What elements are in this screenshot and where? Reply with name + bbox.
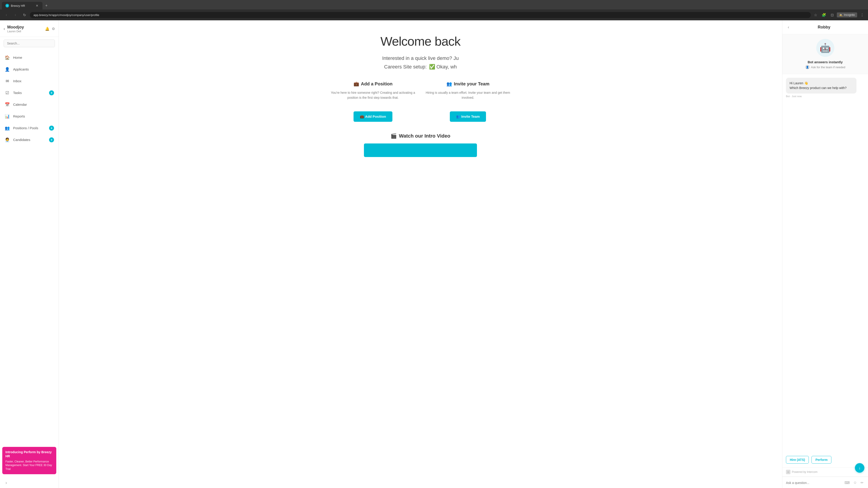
welcome-title: Welcome back	[328, 34, 513, 48]
emoji-icon[interactable]: ☺	[852, 480, 858, 486]
sidebar-item-reports[interactable]: 📊 Reports	[0, 110, 59, 122]
new-tab-button[interactable]: +	[43, 2, 50, 9]
intercom-icon: ⊟	[786, 470, 790, 474]
promo-title: Introducing Perform by Breezy HR	[5, 450, 53, 458]
promo-desc: Faster, Cleaner, Better Performance Mana…	[5, 460, 53, 471]
briefcase-icon: 💼	[353, 81, 359, 87]
sidebar-promo[interactable]: Introducing Perform by Breezy HR Faster,…	[2, 447, 56, 474]
sidebar-item-applicants[interactable]: 👤 Applicants	[0, 64, 59, 75]
chat-panel: ‹ Robby 🤖 Bot answers instantly 👤 Ask fo…	[782, 20, 868, 488]
invite-team-title: 👥 Invite your Team	[425, 81, 511, 87]
chat-msg-time: Bot · Just now.	[786, 95, 864, 98]
brand-user: Lauren Dell	[7, 30, 24, 33]
sidebar-item-candidates[interactable]: 🧑‍💼 Candidates +	[0, 134, 59, 146]
chat-input-icons: ⌨ ☺ ✏	[844, 480, 864, 486]
incognito-badge[interactable]: 🕵 Incognito	[837, 12, 857, 18]
positions-add-badge[interactable]: +	[49, 126, 54, 131]
chat-bubble: Hi Lauren 👋 Which Breezy product can we …	[786, 78, 857, 94]
sidebar-item-label: Reports	[13, 114, 54, 118]
sidebar-brand-info: Moodjoy Lauren Dell	[7, 25, 24, 33]
hire-ats-option[interactable]: Hire (ATS)	[786, 456, 809, 464]
reload-button[interactable]: ↻	[21, 11, 28, 19]
tab-close-button[interactable]: ✕	[35, 4, 39, 8]
tab-favicon: B	[5, 4, 9, 7]
sidebar-item-calendar[interactable]: 📅 Calendar	[0, 99, 59, 110]
chat-header: ‹ Robby	[782, 20, 868, 34]
chat-input-row: ⌨ ☺ ✏	[782, 477, 868, 488]
chat-options: Hire (ATS) Perform	[782, 456, 868, 467]
reports-icon: 📊	[4, 113, 10, 119]
incognito-label: Incognito	[844, 13, 855, 17]
address-bar[interactable]	[30, 12, 811, 18]
chat-scroll-down-button[interactable]: ↓	[855, 463, 864, 473]
extensions-button[interactable]: 🧩	[820, 11, 828, 19]
calendar-icon: 📅	[4, 102, 10, 107]
chat-messages[interactable]: Hi Lauren 👋 Which Breezy product can we …	[782, 74, 868, 456]
forward-button[interactable]: ›	[12, 11, 19, 19]
candidates-add-badge[interactable]: +	[49, 137, 54, 142]
sidebar-item-label: Home	[13, 56, 54, 59]
invite-team-desc: Hiring is usually a team effort. Invite …	[425, 90, 511, 106]
powered-label: Powered by Intercom	[792, 470, 817, 474]
bot-robot-icon: 🤖	[819, 43, 831, 53]
active-tab[interactable]: B Breezy HR ✕	[2, 2, 42, 9]
add-position-card: 💼 Add a Position You're here to hire som…	[330, 81, 416, 122]
sidebar: ‹ Moodjoy Lauren Dell 🔔 ⚙ 🏠 Home 👤 Appli	[0, 20, 59, 488]
bot-status-title: Bot answers instantly	[787, 60, 864, 64]
sidebar-toggle: ›	[0, 477, 59, 488]
positions-icon: 👥	[4, 125, 10, 131]
toolbar-right: ☆ 🧩 ⊡ 🕵 Incognito ⋮	[813, 11, 865, 19]
notification-icon[interactable]: 🔔	[45, 27, 50, 31]
chat-collapse-button[interactable]: ‹	[787, 24, 790, 31]
sidebar-item-label: Positions / Pools	[13, 126, 46, 130]
inbox-icon: ✉	[4, 78, 10, 84]
chat-bot-status: Bot answers instantly 👤 Ask for the team…	[787, 60, 864, 69]
video-section: 🎬 Watch our Intro Video	[328, 133, 513, 157]
sidebar-item-home[interactable]: 🏠 Home	[0, 52, 59, 64]
chat-input[interactable]	[786, 481, 842, 485]
sidebar-item-inbox[interactable]: ✉ Inbox	[0, 75, 59, 87]
video-placeholder[interactable]	[364, 143, 477, 157]
sidebar-item-label: Calendar	[13, 103, 54, 106]
bookmark-button[interactable]: ☆	[813, 11, 818, 19]
chat-greeting: Hi Lauren 👋	[789, 81, 853, 86]
keyboard-icon[interactable]: ⌨	[844, 480, 850, 486]
attachment-icon[interactable]: ✏	[860, 480, 864, 486]
careers-status: ✅ Okay, wh	[429, 64, 457, 70]
video-icon: 🎬	[391, 133, 397, 139]
search-input[interactable]	[4, 39, 55, 47]
tasks-add-badge[interactable]: +	[49, 90, 54, 95]
sidebar-brand[interactable]: ‹ Moodjoy Lauren Dell	[4, 25, 24, 33]
bot-status-sub: 👤 Ask for the team if needed	[787, 65, 864, 69]
sidebar-back-button[interactable]: ‹	[4, 26, 5, 31]
browser-tabs: B Breezy HR ✕ +	[0, 0, 868, 9]
app-container: ‹ Moodjoy Lauren Dell 🔔 ⚙ 🏠 Home 👤 Appli	[0, 20, 868, 488]
profile-button[interactable]: ⊡	[829, 11, 835, 19]
tab-title: Breezy HR	[11, 4, 33, 7]
sidebar-item-tasks[interactable]: ☑ Tasks +	[0, 87, 59, 99]
sidebar-item-positions-pools[interactable]: 👥 Positions / Pools +	[0, 122, 59, 134]
sidebar-header-icons: 🔔 ⚙	[45, 27, 55, 31]
sidebar-collapse-button[interactable]: ›	[4, 479, 9, 486]
cards-row: 💼 Add a Position You're here to hire som…	[328, 81, 513, 122]
brand-name: Moodjoy	[7, 25, 24, 30]
sidebar-search	[0, 37, 59, 50]
chat-greeting-question: Which Breezy product can we help with?	[789, 86, 853, 90]
settings-icon[interactable]: ⚙	[52, 27, 55, 31]
applicants-icon: 👤	[4, 67, 10, 72]
invite-team-button[interactable]: 👥 Invite Team	[450, 111, 486, 122]
main-content: Welcome back Interested in a quick live …	[59, 20, 782, 488]
team-icon: 👥	[446, 81, 452, 87]
demo-subtitle: Interested in a quick live demo? Ju	[328, 55, 513, 61]
add-position-title: 💼 Add a Position	[330, 81, 416, 87]
careers-setup: Careers Site setup: ✅ Okay, wh	[328, 64, 513, 70]
main-inner: Welcome back Interested in a quick live …	[319, 20, 522, 170]
candidates-icon: 🧑‍💼	[4, 137, 10, 142]
perform-option[interactable]: Perform	[811, 456, 831, 464]
invite-team-card: 👥 Invite your Team Hiring is usually a t…	[425, 81, 511, 122]
sidebar-nav: 🏠 Home 👤 Applicants ✉ Inbox ☑ Tasks + 📅 …	[0, 50, 59, 445]
back-button[interactable]: ‹	[3, 11, 10, 19]
add-position-button[interactable]: 💼 Add Position	[353, 111, 392, 122]
menu-button[interactable]: ⋮	[859, 11, 865, 19]
chat-message-greeting: Hi Lauren 👋 Which Breezy product can we …	[786, 78, 864, 98]
